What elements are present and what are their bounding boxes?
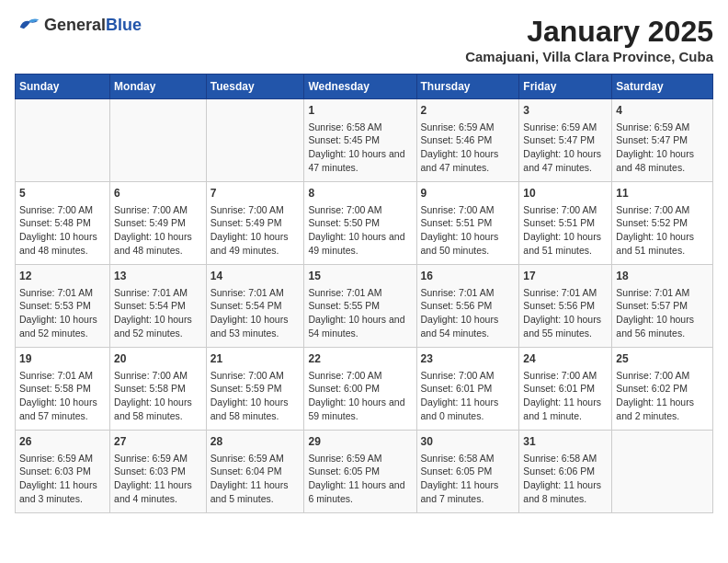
day-content: Sunrise: 7:00 AM Sunset: 6:00 PM Dayligh… (308, 369, 412, 423)
logo-blue: Blue (106, 16, 142, 34)
calendar-cell: 28Sunrise: 6:59 AM Sunset: 6:04 PM Dayli… (206, 431, 304, 513)
day-content: Sunrise: 7:00 AM Sunset: 5:49 PM Dayligh… (114, 203, 202, 258)
logo: GeneralBlue (15, 15, 142, 35)
day-content: Sunrise: 6:59 AM Sunset: 6:05 PM Dayligh… (308, 452, 412, 506)
calendar-cell: 15Sunrise: 7:01 AM Sunset: 5:55 PM Dayli… (304, 265, 416, 348)
day-content: Sunrise: 7:01 AM Sunset: 5:56 PM Dayligh… (421, 286, 516, 340)
day-content: Sunrise: 7:00 AM Sunset: 5:48 PM Dayligh… (19, 203, 106, 258)
day-number: 20 (114, 351, 202, 367)
day-number: 17 (523, 269, 608, 284)
calendar-cell: 27Sunrise: 6:59 AM Sunset: 6:03 PM Dayli… (110, 431, 207, 513)
day-number: 18 (616, 269, 709, 284)
calendar-cell: 26Sunrise: 6:59 AM Sunset: 6:03 PM Dayli… (16, 431, 110, 513)
day-content: Sunrise: 7:00 AM Sunset: 5:50 PM Dayligh… (308, 203, 412, 258)
calendar-cell: 10Sunrise: 7:00 AM Sunset: 5:51 PM Dayli… (519, 182, 612, 265)
header-day-monday: Monday (110, 75, 207, 99)
day-number: 25 (616, 351, 709, 367)
calendar-cell: 3Sunrise: 6:59 AM Sunset: 5:47 PM Daylig… (519, 99, 612, 182)
day-content: Sunrise: 7:01 AM Sunset: 5:57 PM Dayligh… (616, 286, 709, 340)
calendar-cell: 20Sunrise: 7:00 AM Sunset: 5:58 PM Dayli… (110, 348, 207, 431)
calendar-cell: 6Sunrise: 7:00 AM Sunset: 5:49 PM Daylig… (110, 182, 207, 265)
calendar-title: January 2025 (465, 15, 713, 49)
calendar-cell: 11Sunrise: 7:00 AM Sunset: 5:52 PM Dayli… (612, 182, 713, 265)
day-content: Sunrise: 6:59 AM Sunset: 5:47 PM Dayligh… (616, 121, 709, 175)
calendar-cell: 13Sunrise: 7:01 AM Sunset: 5:54 PM Dayli… (110, 265, 207, 348)
calendar-subtitle: Camajuani, Villa Clara Province, Cuba (465, 49, 713, 64)
day-content: Sunrise: 6:59 AM Sunset: 5:47 PM Dayligh… (523, 121, 608, 175)
day-content: Sunrise: 7:01 AM Sunset: 5:58 PM Dayligh… (19, 369, 106, 423)
day-number: 6 (114, 186, 202, 201)
header-day-sunday: Sunday (16, 75, 110, 99)
day-number: 30 (421, 434, 516, 450)
day-content: Sunrise: 7:00 AM Sunset: 6:01 PM Dayligh… (421, 369, 516, 423)
day-content: Sunrise: 7:01 AM Sunset: 5:54 PM Dayligh… (114, 286, 202, 340)
calendar-cell: 14Sunrise: 7:01 AM Sunset: 5:54 PM Dayli… (206, 265, 304, 348)
day-content: Sunrise: 6:59 AM Sunset: 6:04 PM Dayligh… (210, 452, 301, 506)
calendar-cell: 19Sunrise: 7:01 AM Sunset: 5:58 PM Dayli… (16, 348, 110, 431)
day-content: Sunrise: 6:59 AM Sunset: 6:03 PM Dayligh… (19, 452, 106, 506)
day-content: Sunrise: 7:00 AM Sunset: 6:01 PM Dayligh… (523, 369, 608, 423)
calendar-week-row: 19Sunrise: 7:01 AM Sunset: 5:58 PM Dayli… (16, 348, 713, 431)
calendar-cell (110, 99, 207, 182)
day-number: 22 (308, 351, 412, 367)
day-number: 2 (421, 103, 516, 119)
day-number: 7 (210, 186, 301, 201)
day-number: 26 (19, 434, 106, 450)
day-number: 29 (308, 434, 412, 450)
calendar-cell: 4Sunrise: 6:59 AM Sunset: 5:47 PM Daylig… (612, 99, 713, 182)
day-content: Sunrise: 7:01 AM Sunset: 5:56 PM Dayligh… (523, 286, 608, 340)
day-number: 14 (210, 269, 301, 284)
day-content: Sunrise: 7:00 AM Sunset: 5:58 PM Dayligh… (114, 369, 202, 423)
calendar-cell: 9Sunrise: 7:00 AM Sunset: 5:51 PM Daylig… (416, 182, 519, 265)
calendar-week-row: 1Sunrise: 6:58 AM Sunset: 5:45 PM Daylig… (16, 99, 713, 182)
calendar-cell: 12Sunrise: 7:01 AM Sunset: 5:53 PM Dayli… (16, 265, 110, 348)
calendar-cell: 31Sunrise: 6:58 AM Sunset: 6:06 PM Dayli… (519, 431, 612, 513)
day-content: Sunrise: 7:01 AM Sunset: 5:55 PM Dayligh… (308, 286, 412, 340)
day-content: Sunrise: 7:00 AM Sunset: 5:52 PM Dayligh… (616, 203, 709, 258)
day-number: 11 (616, 186, 709, 201)
calendar-cell: 5Sunrise: 7:00 AM Sunset: 5:48 PM Daylig… (16, 182, 110, 265)
page-header: GeneralBlue January 2025 Camajuani, Vill… (15, 15, 713, 64)
header-day-saturday: Saturday (612, 75, 713, 99)
calendar-cell: 7Sunrise: 7:00 AM Sunset: 5:49 PM Daylig… (206, 182, 304, 265)
day-content: Sunrise: 7:00 AM Sunset: 6:02 PM Dayligh… (616, 369, 709, 423)
calendar-cell: 30Sunrise: 6:58 AM Sunset: 6:05 PM Dayli… (416, 431, 519, 513)
logo-bird-icon (15, 15, 40, 35)
day-number: 27 (114, 434, 202, 450)
day-number: 31 (523, 434, 608, 450)
day-content: Sunrise: 6:59 AM Sunset: 5:46 PM Dayligh… (421, 121, 516, 175)
day-content: Sunrise: 6:58 AM Sunset: 6:05 PM Dayligh… (421, 452, 516, 506)
calendar-week-row: 26Sunrise: 6:59 AM Sunset: 6:03 PM Dayli… (16, 431, 713, 513)
calendar-cell (612, 431, 713, 513)
day-number: 10 (523, 186, 608, 201)
calendar-cell: 8Sunrise: 7:00 AM Sunset: 5:50 PM Daylig… (304, 182, 416, 265)
day-number: 23 (421, 351, 516, 367)
calendar-cell: 29Sunrise: 6:59 AM Sunset: 6:05 PM Dayli… (304, 431, 416, 513)
day-number: 3 (523, 103, 608, 119)
logo-general: General (44, 16, 106, 34)
logo-text: GeneralBlue (44, 16, 142, 35)
calendar-week-row: 12Sunrise: 7:01 AM Sunset: 5:53 PM Dayli… (16, 265, 713, 348)
day-content: Sunrise: 7:00 AM Sunset: 5:49 PM Dayligh… (210, 203, 301, 258)
day-number: 8 (308, 186, 412, 201)
header-row: SundayMondayTuesdayWednesdayThursdayFrid… (16, 75, 713, 99)
header-day-friday: Friday (519, 75, 612, 99)
title-block: January 2025 Camajuani, Villa Clara Prov… (465, 15, 713, 64)
day-content: Sunrise: 7:00 AM Sunset: 5:59 PM Dayligh… (210, 369, 301, 423)
day-number: 15 (308, 269, 412, 284)
header-day-tuesday: Tuesday (206, 75, 304, 99)
calendar-cell: 24Sunrise: 7:00 AM Sunset: 6:01 PM Dayli… (519, 348, 612, 431)
day-number: 12 (19, 269, 106, 284)
day-content: Sunrise: 6:59 AM Sunset: 6:03 PM Dayligh… (114, 452, 202, 506)
day-number: 24 (523, 351, 608, 367)
day-content: Sunrise: 7:00 AM Sunset: 5:51 PM Dayligh… (523, 203, 608, 258)
calendar-body: 1Sunrise: 6:58 AM Sunset: 5:45 PM Daylig… (16, 99, 713, 513)
calendar-cell: 25Sunrise: 7:00 AM Sunset: 6:02 PM Dayli… (612, 348, 713, 431)
day-number: 16 (421, 269, 516, 284)
day-content: Sunrise: 7:01 AM Sunset: 5:54 PM Dayligh… (210, 286, 301, 340)
day-number: 1 (308, 103, 412, 119)
calendar-week-row: 5Sunrise: 7:00 AM Sunset: 5:48 PM Daylig… (16, 182, 713, 265)
day-content: Sunrise: 6:58 AM Sunset: 5:45 PM Dayligh… (308, 121, 412, 175)
day-number: 4 (616, 103, 709, 119)
day-number: 9 (421, 186, 516, 201)
